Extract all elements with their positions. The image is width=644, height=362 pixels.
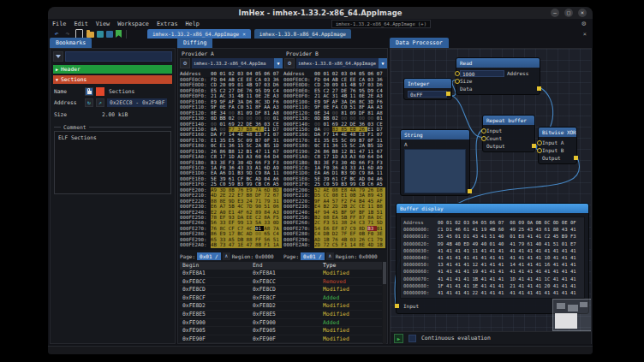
- hex-byte[interactable]: 1A: [273, 242, 282, 247]
- read-address-field[interactable]: 1000: [460, 70, 504, 77]
- string-textarea[interactable]: [404, 149, 466, 193]
- table-row[interactable]: 0xFE8E50xFE8E5Modified: [180, 311, 382, 319]
- table-row[interactable]: 0xFE9000xFE900Added: [180, 319, 382, 328]
- tasks-gear-icon[interactable]: ⚙: [581, 19, 586, 28]
- maximize-button[interactable]: □: [564, 9, 573, 17]
- hex-byte[interactable]: 47: [247, 242, 255, 247]
- hex-byte[interactable]: 1B: [377, 242, 385, 247]
- table-row[interactable]: 0xFE91F0xFE91FAdded: [180, 343, 382, 344]
- refresh-icon[interactable]: ↻: [85, 98, 93, 107]
- repeat-count-pin[interactable]: [481, 136, 486, 141]
- hex-byte[interactable]: 8E: [359, 242, 367, 247]
- table-scrollbar[interactable]: [383, 262, 386, 344]
- string-output-pin[interactable]: [468, 189, 472, 193]
- read-address-input-pin[interactable]: [455, 71, 460, 76]
- filter-button[interactable]: [53, 51, 63, 62]
- node-canvas[interactable]: Integer 0xFF Read 1000 Address Size Data: [391, 49, 591, 332]
- tab-diffing[interactable]: Diffing: [177, 38, 212, 48]
- bookmark-icon[interactable]: [116, 30, 122, 38]
- collapse-icon[interactable]: ∧: [326, 252, 334, 260]
- read-size-input-pin[interactable]: [455, 79, 460, 84]
- tab-data-processor[interactable]: Data Processor: [390, 38, 449, 48]
- hex-byte[interactable]: 14: [350, 242, 359, 247]
- hex-byte[interactable]: 47: [229, 242, 237, 247]
- node-integer[interactable]: Integer 0xFF: [403, 78, 452, 100]
- hex-byte[interactable]: 72: [323, 242, 331, 247]
- menu-file[interactable]: File: [52, 21, 66, 27]
- node-read-header[interactable]: Read: [456, 58, 540, 68]
- tab-close-icon[interactable]: ×: [242, 29, 246, 39]
- xor-input-a-pin[interactable]: [537, 140, 542, 145]
- hex-byte[interactable]: F1: [264, 242, 272, 247]
- bookmark-filter-input[interactable]: [65, 51, 172, 62]
- bookmark-header-entry[interactable]: ▶Header: [53, 65, 172, 74]
- menu-workspace[interactable]: Workspace: [117, 21, 149, 27]
- integer-output-pin[interactable]: [446, 92, 450, 96]
- column-header-type[interactable]: Type: [320, 262, 382, 270]
- table-row[interactable]: 0xFE8CF0xFE8CFAdded: [180, 294, 382, 303]
- collapse-icon[interactable]: ∧: [223, 252, 230, 260]
- node-read[interactable]: Read 1000 Address Size Data: [456, 57, 540, 95]
- xor-output-pin[interactable]: [574, 156, 578, 160]
- page-value-input[interactable]: 0x01 /: [197, 252, 221, 260]
- node-bitwise-xor[interactable]: Bitwise XOR Input A Input B Output: [538, 127, 577, 164]
- global-search-input[interactable]: imhex-1.33.2-x86_64.AppImage (+): [331, 20, 431, 28]
- hex-byte[interactable]: 73: [219, 242, 228, 247]
- node-repeat-buffer[interactable]: Repeat buffer Input Count Output: [482, 115, 535, 152]
- table-row[interactable]: 0xFE8D20xFE8D2Modified: [180, 302, 382, 311]
- table-row[interactable]: 0xFE8CC0xFE8CCRemoved: [180, 278, 382, 287]
- bookmark-color-swatch[interactable]: [96, 87, 104, 96]
- hex-byte[interactable]: 1E: [237, 242, 246, 247]
- bookmark-sections-entry[interactable]: ▼Sections: [53, 75, 172, 84]
- provider-a-settings-gear-icon[interactable]: ⚙: [180, 58, 190, 68]
- provider-b-select[interactable]: imhex-1.33.8-x86_64.AppImage ▼: [296, 58, 387, 68]
- file-tab-1[interactable]: imhex-1.33.8-x86_64.AppImage: [254, 29, 351, 39]
- title-bar[interactable]: ImHex - imhex-1.33.2-x86_64.AppImage –□×: [48, 7, 593, 19]
- hex-byte[interactable]: 4B: [211, 242, 219, 247]
- comment-textarea[interactable]: ELF Sections: [54, 131, 171, 194]
- scrollbar-thumb[interactable]: [383, 262, 386, 284]
- node-xor-header[interactable]: Bitwise XOR: [539, 128, 576, 137]
- save-icon[interactable]: [97, 31, 104, 38]
- provider-a-select[interactable]: imhex-1.33.2-x86_64.AppIma ▼: [192, 58, 283, 68]
- tab-bar-close-icon[interactable]: ×: [583, 31, 587, 38]
- jump-to-icon[interactable]: ↗: [96, 98, 104, 107]
- string-value[interactable]: A: [404, 141, 466, 148]
- node-graph-minimap[interactable]: [552, 299, 591, 331]
- node-repeat-header[interactable]: Repeat buffer: [483, 116, 534, 125]
- node-string-header[interactable]: String: [401, 130, 469, 139]
- hex-byte[interactable]: 8B: [255, 242, 264, 247]
- menu-extras[interactable]: Extras: [157, 21, 178, 27]
- menu-view[interactable]: View: [96, 21, 110, 27]
- page-value-input[interactable]: 0x01 /: [301, 252, 325, 260]
- xor-input-b-pin[interactable]: [537, 148, 542, 153]
- buffer-input-pin[interactable]: [395, 304, 399, 308]
- repeat-output-pin[interactable]: [532, 144, 536, 148]
- lock-button[interactable]: [85, 87, 93, 96]
- node-buffer-display-header[interactable]: Buffer display: [397, 204, 588, 213]
- hex-byte[interactable]: F1: [341, 242, 349, 247]
- node-integer-header[interactable]: Integer: [404, 79, 451, 88]
- hex-byte[interactable]: 2D: [314, 242, 323, 247]
- table-row[interactable]: 0xFE90F0xFE90FModified: [180, 335, 382, 344]
- open-folder-icon[interactable]: [86, 32, 94, 38]
- column-header-begin[interactable]: Begin: [180, 262, 250, 270]
- table-row[interactable]: 0xFE8A10xFE8A1Modified: [180, 270, 382, 278]
- hex-byte[interactable]: 4D: [367, 242, 376, 247]
- hex-byte[interactable]: C5: [332, 242, 341, 247]
- redo-icon[interactable]: ↷: [63, 30, 72, 39]
- close-button[interactable]: ×: [578, 9, 587, 17]
- run-button[interactable]: ▶: [394, 334, 403, 343]
- minimap-viewport[interactable]: [555, 313, 577, 329]
- continuous-evaluation-checkbox[interactable]: [408, 335, 416, 342]
- minimize-button[interactable]: –: [551, 9, 559, 17]
- node-string[interactable]: String A: [400, 129, 470, 196]
- undo-icon[interactable]: ↶: [52, 30, 61, 39]
- save-as-icon[interactable]: [106, 31, 113, 38]
- menu-edit[interactable]: Edit: [74, 21, 87, 27]
- provider-b-settings-gear-icon[interactable]: ⚙: [284, 58, 295, 68]
- read-data-output-pin[interactable]: [537, 86, 541, 91]
- table-row[interactable]: 0xFE9050xFE905Modified: [180, 327, 382, 335]
- tab-bookmarks[interactable]: Bookmarks: [50, 38, 92, 48]
- repeat-input-pin[interactable]: [481, 128, 486, 134]
